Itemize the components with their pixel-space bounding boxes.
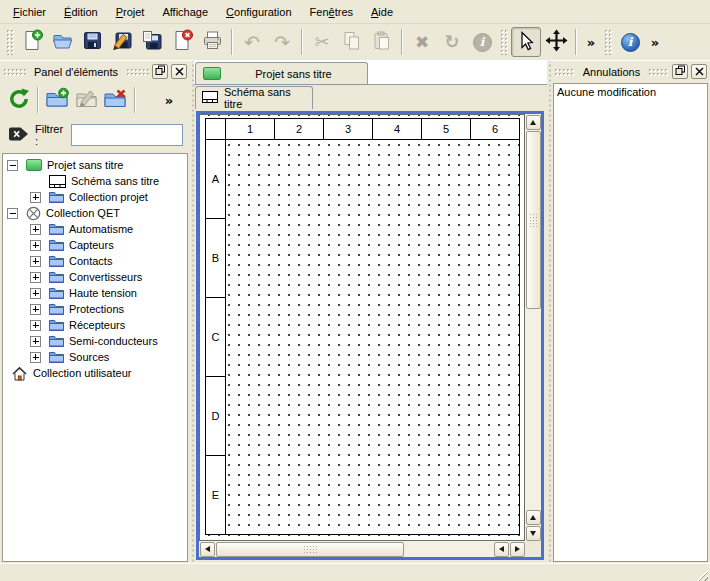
toolbar-drag-handle[interactable] xyxy=(6,29,14,55)
close-dock-button[interactable] xyxy=(691,64,707,79)
panel-toolbar-overflow-button[interactable]: » xyxy=(158,85,180,115)
dock-handle-texture[interactable] xyxy=(554,68,575,76)
expand-icon[interactable] xyxy=(30,352,41,363)
vertical-scroll-thumb[interactable] xyxy=(526,131,541,309)
tree-item-automatisme[interactable]: Automatisme xyxy=(3,221,187,237)
save-button[interactable] xyxy=(77,27,107,57)
collapse-icon[interactable] xyxy=(7,208,18,219)
scroll-right-button[interactable] xyxy=(510,542,525,557)
schema-canvas[interactable]: 1 2 3 4 5 6 A B C D xyxy=(199,114,525,541)
thumb-grip xyxy=(529,213,538,227)
rotate-button[interactable]: ↻ xyxy=(437,27,467,57)
folder-icon xyxy=(49,351,64,363)
expand-icon[interactable] xyxy=(30,192,41,203)
menu-projet[interactable]: Projet xyxy=(107,2,154,22)
delete-category-button[interactable] xyxy=(101,86,130,115)
paste-button[interactable] xyxy=(367,27,397,57)
dock-handle-texture[interactable] xyxy=(3,68,26,76)
toolbar-overflow-button[interactable]: » xyxy=(645,27,665,57)
expand-icon[interactable] xyxy=(30,304,41,315)
redo-button[interactable]: ↷ xyxy=(267,27,297,57)
scroll-left-button[interactable] xyxy=(200,542,215,557)
float-dock-button[interactable] xyxy=(672,64,688,79)
menu-aide[interactable]: Aide xyxy=(362,2,402,22)
scroll-up-button[interactable] xyxy=(526,510,541,525)
folder-icon xyxy=(49,255,64,267)
close-document-button[interactable] xyxy=(167,27,197,57)
copy-icon xyxy=(341,30,363,55)
expand-icon[interactable] xyxy=(30,256,41,267)
expand-icon[interactable] xyxy=(30,240,41,251)
tree-item-recepteurs[interactable]: Récepteurs xyxy=(3,317,187,333)
new-document-button[interactable] xyxy=(17,27,47,57)
scroll-down-button[interactable] xyxy=(526,526,541,541)
tree-item-capteurs[interactable]: Capteurs xyxy=(3,237,187,253)
folder-icon xyxy=(49,239,64,251)
horizontal-scroll-track[interactable] xyxy=(404,541,493,557)
cut-button[interactable]: ✂ xyxy=(307,27,337,57)
tree-item-collection-projet[interactable]: Collection projet xyxy=(3,189,187,205)
arrow-up-icon xyxy=(530,515,536,520)
dock-handle-texture[interactable] xyxy=(126,68,149,76)
filter-input[interactable] xyxy=(71,124,183,146)
open-document-button[interactable] xyxy=(47,27,77,57)
tree-item-sources[interactable]: Sources xyxy=(3,349,187,365)
select-tool-button[interactable] xyxy=(511,27,541,57)
tab-schema-sans-titre[interactable]: Schéma sans titre xyxy=(195,86,313,109)
menu-edition[interactable]: Édition xyxy=(55,2,107,22)
expand-icon[interactable] xyxy=(30,336,41,347)
menu-fichier[interactable]: Fichier xyxy=(4,2,55,22)
tree-item-contacts[interactable]: Contacts xyxy=(3,253,187,269)
toolbar-overflow-button[interactable]: » xyxy=(581,27,601,57)
clear-filter-icon xyxy=(8,126,29,145)
drawing-area[interactable] xyxy=(226,140,519,534)
undo-history-item[interactable]: Aucune modification xyxy=(557,86,704,98)
tab-projet-sans-titre[interactable]: Projet sans titre xyxy=(195,62,368,84)
menu-configuration[interactable]: Configuration xyxy=(217,2,300,22)
expand-icon[interactable] xyxy=(30,320,41,331)
delete-button[interactable]: ✖ xyxy=(407,27,437,57)
move-tool-button[interactable] xyxy=(541,27,571,57)
collapse-icon[interactable] xyxy=(7,160,18,171)
tree-item-collection-qet[interactable]: Collection QET xyxy=(3,205,187,221)
tree-item-haute-tension[interactable]: Haute tension xyxy=(3,285,187,301)
tree-item-protections[interactable]: Protections xyxy=(3,301,187,317)
expand-icon[interactable] xyxy=(30,272,41,283)
scroll-left-button[interactable] xyxy=(494,542,509,557)
print-button[interactable] xyxy=(197,27,227,57)
save-as-button[interactable] xyxy=(107,27,137,57)
new-category-button[interactable] xyxy=(43,86,72,115)
tree-item-collection-utilisateur[interactable]: Collection utilisateur xyxy=(3,365,187,381)
copy-button[interactable] xyxy=(337,27,367,57)
vertical-scroll-track[interactable] xyxy=(525,309,541,509)
about-info-button[interactable]: i xyxy=(615,27,645,57)
menubar: Fichier Édition Projet Affichage Configu… xyxy=(0,0,710,24)
float-dock-button[interactable] xyxy=(152,64,168,79)
menu-affichage[interactable]: Affichage xyxy=(153,2,217,22)
toolbar-drag-handle[interactable] xyxy=(500,29,508,55)
horizontal-scroll-thumb[interactable] xyxy=(216,542,404,557)
vertical-scrollbar[interactable] xyxy=(525,114,541,541)
tree-item-project[interactable]: Projet sans titre xyxy=(3,157,187,173)
resize-grip[interactable] xyxy=(695,568,708,581)
schema-subwindow: 1 2 3 4 5 6 A B C D xyxy=(196,111,544,560)
tree-item-semi-conducteurs[interactable]: Semi-conducteurs xyxy=(3,333,187,349)
edit-category-button[interactable] xyxy=(72,86,101,115)
toolbar-drag-handle[interactable] xyxy=(604,29,612,55)
tree-item-schema[interactable]: Schéma sans titre xyxy=(3,173,187,189)
horizontal-scrollbar[interactable] xyxy=(199,541,525,557)
tree-item-convertisseurs[interactable]: Convertisseurs xyxy=(3,269,187,285)
close-dock-button[interactable] xyxy=(171,64,187,79)
properties-button[interactable]: i xyxy=(467,27,497,57)
expand-icon[interactable] xyxy=(30,224,41,235)
clear-filter-button[interactable] xyxy=(7,125,29,145)
menu-fenetres[interactable]: Fenêtres xyxy=(301,2,362,22)
save-all-button[interactable] xyxy=(137,27,167,57)
undo-button[interactable]: ↶ xyxy=(237,27,267,57)
elements-panel-header: Panel d'éléments xyxy=(0,61,190,81)
undo-history-list[interactable]: Aucune modification xyxy=(553,83,708,562)
scroll-up-button[interactable] xyxy=(526,115,541,130)
dock-handle-texture[interactable] xyxy=(648,68,669,76)
expand-icon[interactable] xyxy=(30,288,41,299)
reload-collections-button[interactable] xyxy=(4,86,33,115)
